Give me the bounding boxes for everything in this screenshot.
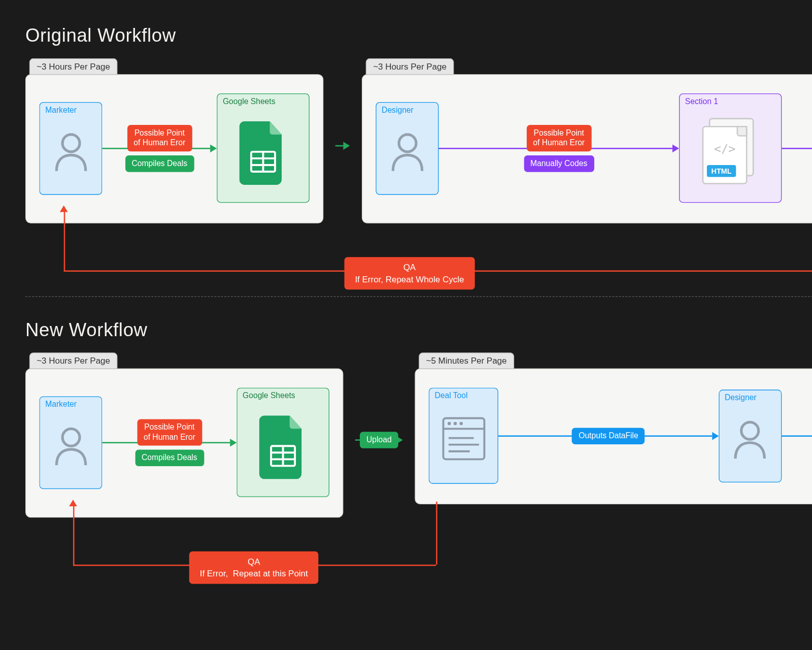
original-panel-1: ~3 Hours Per Page Marketer xyxy=(25,58,323,223)
arrow: Upload xyxy=(782,432,812,440)
arrow: Upload xyxy=(355,436,403,444)
new-panel-2: ~5 Minutes Per Page Deal Tool xyxy=(415,352,812,517)
new-panel-1: ~3 Hours Per Page Marketer Possible Po xyxy=(25,352,343,517)
qa-label: QA If Error, Repeat at this Point xyxy=(189,551,319,584)
html-file-icon: </> HTML xyxy=(697,116,764,190)
arrow: Possible Point of Human Eror Manually Co… xyxy=(438,144,679,152)
sheets-node: Google Sheets xyxy=(217,93,310,203)
arrow: Outputs DataFile xyxy=(498,432,719,440)
action-chip: Manually Codes xyxy=(524,155,594,172)
person-icon xyxy=(732,418,769,460)
original-row: ~3 Hours Per Page Marketer xyxy=(25,58,812,223)
action-chip: Compiles Deals xyxy=(125,155,194,172)
marketer-node: Marketer xyxy=(39,102,102,194)
sheets-icon xyxy=(259,415,307,479)
designer-label: Designer xyxy=(719,390,781,406)
designer-label: Designer xyxy=(377,103,438,118)
sheets-node: Google Sheets xyxy=(236,387,329,497)
arrow: Upload xyxy=(782,144,812,152)
svg-text:HTML: HTML xyxy=(711,167,731,175)
dealtool-node: Deal Tool xyxy=(429,387,498,483)
sheets-label: Google Sheets xyxy=(217,94,309,110)
svg-text:</>: </> xyxy=(714,142,735,156)
app-window-icon xyxy=(441,415,487,463)
svg-point-25 xyxy=(741,422,759,439)
marketer-node: Marketer xyxy=(39,396,102,489)
svg-point-19 xyxy=(447,421,451,425)
sheets-label: Google Sheets xyxy=(238,388,329,404)
marketer-label: Marketer xyxy=(40,397,101,412)
arrow: Possible Point of Human Eror Compiles De… xyxy=(102,144,217,152)
designer-node: Designer xyxy=(376,102,438,194)
svg-point-21 xyxy=(459,421,463,425)
dealtool-label: Deal Tool xyxy=(429,388,497,404)
arrow: Possible Point of Human Eror Compiles De… xyxy=(102,438,236,446)
svg-point-12 xyxy=(62,429,79,446)
original-title: Original Workflow xyxy=(25,25,812,47)
time-tag: ~3 Hours Per Page xyxy=(29,352,117,369)
marketer-label: Marketer xyxy=(40,103,101,118)
new-title: New Workflow xyxy=(25,319,812,341)
svg-point-5 xyxy=(398,134,416,151)
new-row: ~3 Hours Per Page Marketer Possible Po xyxy=(25,352,812,517)
original-panel-2: ~3 Hours Per Page Designer Po xyxy=(362,58,812,223)
time-tag: ~5 Minutes Per Page xyxy=(419,352,514,369)
svg-point-20 xyxy=(453,421,457,425)
section-label: Section 1 xyxy=(680,94,781,110)
arrow xyxy=(335,142,350,150)
person-icon xyxy=(52,425,89,466)
action-chip: Compiles Deals xyxy=(135,449,204,466)
designer-node: Designer xyxy=(719,389,782,482)
time-tag: ~3 Hours Per Page xyxy=(29,58,117,75)
person-icon xyxy=(52,131,89,172)
svg-point-0 xyxy=(62,134,79,151)
section-node: Section 1 </> HTML xyxy=(679,93,782,203)
person-icon xyxy=(389,131,426,172)
sheets-icon xyxy=(240,121,287,185)
time-tag: ~3 Hours Per Page xyxy=(366,58,454,75)
